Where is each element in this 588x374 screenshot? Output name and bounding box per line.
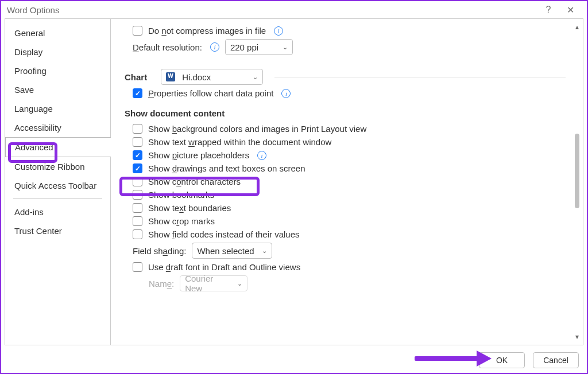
nav-trust-center[interactable]: Trust Center [5,221,110,240]
label-show-background: Show background colors and images in Pri… [148,124,366,134]
help-button[interactable]: ? [537,5,559,15]
dropdown-field-shading[interactable]: When selected ⌄ [192,243,272,259]
dialog-title: Word Options [7,5,59,15]
info-icon[interactable] [281,89,291,98]
vertical-scrollbar[interactable]: ▴ ▾ [572,24,582,340]
title-bar: Word Options ? ✕ [1,1,587,18]
chevron-down-icon: ⌄ [237,280,242,287]
dropdown-draft-font-name: Courier New ⌄ [180,275,247,291]
checkbox-show-text-boundaries[interactable] [133,203,142,213]
label-show-bookmarks: Show bookmarks [148,190,214,200]
label-show-drawings: Show drawings and text boxes on screen [148,163,305,173]
checkbox-show-text-wrapped[interactable] [133,137,142,147]
checkbox-do-not-compress[interactable] [133,26,142,36]
checkbox-show-crop-marks[interactable] [133,216,142,226]
dropdown-draft-font-name-value: Courier New [185,274,233,293]
checkbox-chart-properties[interactable] [133,88,142,98]
nav-add-ins[interactable]: Add-ins [5,202,110,221]
category-nav: General Display Proofing Save Language A… [5,19,111,345]
label-do-not-compress: Do not compress images in file [148,26,266,36]
scroll-thumb[interactable] [575,134,579,208]
label-use-draft-font: Use draft font in Draft and Outline view… [148,262,300,272]
section-show-document-content: Show document content [125,108,566,118]
checkbox-use-draft-font[interactable] [133,262,142,272]
checkbox-show-drawings[interactable] [133,163,142,173]
info-icon[interactable] [257,151,266,160]
chevron-down-icon: ⌄ [262,247,267,255]
label-show-field-codes: Show field codes instead of their values [148,229,300,239]
label-show-text-boundaries: Show text boundaries [148,203,231,213]
label-chart-properties: Properties follow chart data point [148,88,273,98]
checkbox-show-bookmarks[interactable] [133,190,142,200]
dropdown-default-resolution[interactable]: 220 ppi ⌄ [225,39,293,55]
nav-save[interactable]: Save [5,80,110,99]
checkbox-show-field-codes[interactable] [133,229,142,239]
nav-display[interactable]: Display [5,42,110,61]
scroll-down-icon[interactable]: ▾ [575,333,579,340]
scroll-up-icon[interactable]: ▴ [575,24,579,30]
dropdown-chart-document[interactable]: Hi.docx ⌄ [161,69,263,85]
label-show-control-chars: Show control characters [148,177,241,186]
cancel-button[interactable]: Cancel [533,352,579,368]
label-show-picture-placeholders: Show picture placeholders [148,150,249,160]
info-icon[interactable] [274,26,283,36]
nav-language[interactable]: Language [5,99,110,118]
divider [274,77,566,77]
dropdown-field-shading-value: When selected [197,246,254,256]
nav-customize-ribbon[interactable]: Customize Ribbon [5,157,110,176]
nav-accessibility[interactable]: Accessibility [5,118,110,137]
scroll-track[interactable] [574,30,580,333]
label-show-crop-marks: Show crop marks [148,216,215,226]
checkbox-show-background[interactable] [133,124,142,134]
label-default-resolution: Default resolution: [133,42,202,52]
chevron-down-icon: ⌄ [253,73,258,81]
ok-button[interactable]: OK [479,352,525,368]
chevron-down-icon: ⌄ [283,44,288,51]
nav-proofing[interactable]: Proofing [5,61,110,80]
dropdown-default-resolution-value: 220 ppi [230,42,258,52]
word-doc-icon [166,72,175,81]
label-field-shading: Field shading: [133,246,186,256]
checkbox-show-control-chars[interactable] [133,177,142,186]
dropdown-chart-document-value: Hi.docx [182,72,211,82]
section-chart-label: Chart [125,72,147,82]
content-pane: Do not compress images in file Default r… [111,19,583,345]
checkbox-show-picture-placeholders[interactable] [133,150,142,160]
label-show-text-wrapped: Show text wrapped within the document wi… [148,137,331,147]
label-draft-font-name: Name: [149,279,174,289]
info-icon[interactable] [210,42,219,52]
nav-general[interactable]: General [5,24,110,42]
close-button[interactable]: ✕ [559,5,581,15]
dialog-footer: OK Cancel [479,352,579,368]
nav-quick-access-toolbar[interactable]: Quick Access Toolbar [5,176,110,195]
nav-separator [13,198,102,199]
nav-advanced[interactable]: Advanced [5,137,111,157]
